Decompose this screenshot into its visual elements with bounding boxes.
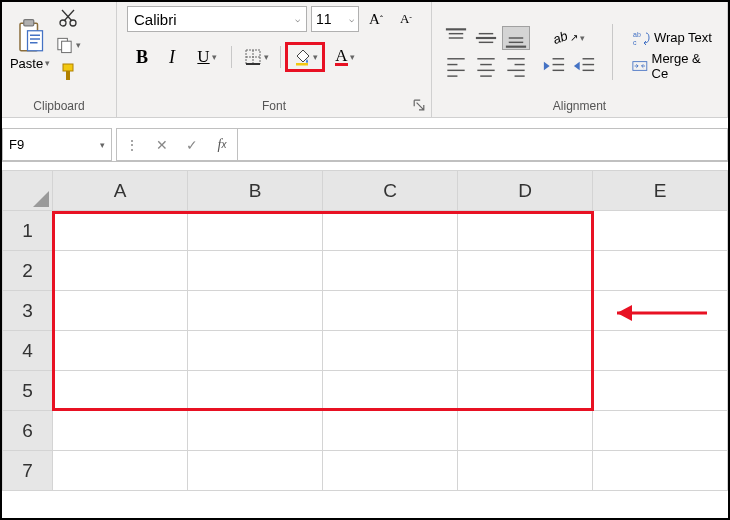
cell[interactable] [593,411,728,451]
spreadsheet-grid: A B C D E 1 2 3 4 5 6 7 [2,170,728,491]
cell[interactable] [323,451,458,491]
increase-font-button[interactable]: Aˆ [363,6,389,32]
grip-icon: ⋮ [117,129,147,160]
cell[interactable] [593,291,728,331]
cut-button[interactable] [54,6,82,30]
column-header[interactable]: A [53,171,188,211]
cell[interactable] [593,211,728,251]
chevron-down-icon: ▾ [45,58,50,68]
svg-rect-4 [30,38,40,40]
cell[interactable] [188,331,323,371]
dialog-launcher-icon[interactable] [413,99,425,111]
italic-button[interactable]: I [157,42,187,72]
orientation-button[interactable]: ab↗▾ [549,26,589,50]
svg-rect-2 [28,30,43,50]
cell[interactable] [323,251,458,291]
cell[interactable] [53,411,188,451]
cell[interactable] [458,251,593,291]
cell[interactable] [188,211,323,251]
formula-bar-row: F9▾ ⋮ ✕ ✓ fx [2,128,728,162]
cell[interactable] [53,451,188,491]
cell[interactable] [188,251,323,291]
align-middle-button[interactable] [472,26,500,50]
cell[interactable] [593,331,728,371]
cell[interactable] [53,251,188,291]
merge-center-button[interactable]: Merge & Ce [627,54,717,78]
format-painter-button[interactable] [54,60,82,84]
group-label-font: Font [127,97,421,115]
cell[interactable] [53,331,188,371]
group-font: Calibri⌵ 11⌵ Aˆ Aˇ B I U▾ ▾ ▾ A▾ Font [117,2,432,117]
cell[interactable] [458,291,593,331]
cell[interactable] [323,331,458,371]
font-size-select[interactable]: 11⌵ [311,6,359,32]
row-header[interactable]: 6 [3,411,53,451]
svg-rect-3 [30,34,40,36]
cell[interactable] [188,371,323,411]
cell[interactable] [323,371,458,411]
cell[interactable] [323,211,458,251]
cell[interactable] [458,211,593,251]
bold-button[interactable]: B [127,42,157,72]
font-color-button[interactable]: A▾ [325,42,365,72]
cell[interactable] [323,411,458,451]
cell[interactable] [593,451,728,491]
svg-line-8 [64,10,74,21]
paste-button[interactable]: Paste▾ [8,6,52,82]
font-name-select[interactable]: Calibri⌵ [127,6,307,32]
column-header[interactable]: D [458,171,593,211]
cell[interactable] [458,331,593,371]
cell[interactable] [188,451,323,491]
underline-button[interactable]: U▾ [187,42,227,72]
decrease-indent-button[interactable] [540,54,568,78]
cell[interactable] [323,291,458,331]
row-header[interactable]: 4 [3,331,53,371]
select-all-corner[interactable] [3,171,53,211]
borders-button[interactable]: ▾ [236,42,276,72]
cell[interactable] [188,411,323,451]
wrap-text-button[interactable]: abcWrap Text [627,26,717,50]
group-label-clipboard: Clipboard [8,97,110,115]
align-center-button[interactable] [472,54,500,78]
align-left-button[interactable] [442,54,470,78]
row-header[interactable]: 7 [3,451,53,491]
row-header[interactable]: 3 [3,291,53,331]
row-header[interactable]: 2 [3,251,53,291]
cell[interactable] [53,371,188,411]
separator [612,24,613,80]
cell[interactable] [593,371,728,411]
svg-rect-1 [24,19,34,25]
align-bottom-button[interactable] [502,26,530,50]
separator [280,46,281,68]
increase-indent-button[interactable] [570,54,598,78]
column-header[interactable]: C [323,171,458,211]
row-header[interactable]: 5 [3,371,53,411]
formula-bar[interactable] [237,128,728,161]
column-header[interactable]: E [593,171,728,211]
cell[interactable] [188,291,323,331]
chevron-down-icon: ⌵ [349,14,354,24]
insert-function-button[interactable]: fx [207,129,237,160]
svg-point-7 [70,20,76,26]
name-box[interactable]: F9▾ [2,128,112,161]
column-header[interactable]: B [188,171,323,211]
fill-color-button[interactable]: ▾ [285,42,325,72]
align-right-button[interactable] [502,54,530,78]
enter-formula-button[interactable]: ✓ [177,129,207,160]
cell[interactable] [593,251,728,291]
cancel-formula-button[interactable]: ✕ [147,129,177,160]
copy-button[interactable]: ▾ [54,33,82,57]
cell[interactable] [458,451,593,491]
chevron-down-icon: ▾ [350,52,355,62]
cell[interactable] [53,291,188,331]
cell[interactable] [53,211,188,251]
decrease-font-button[interactable]: Aˇ [393,6,419,32]
chevron-down-icon: ▾ [580,33,585,43]
cell[interactable] [458,371,593,411]
chevron-down-icon: ⌵ [295,14,300,24]
chevron-down-icon: ▾ [313,52,318,62]
cell[interactable] [458,411,593,451]
row-header[interactable]: 1 [3,211,53,251]
align-top-button[interactable] [442,26,470,50]
group-label-alignment: Alignment [442,97,717,115]
